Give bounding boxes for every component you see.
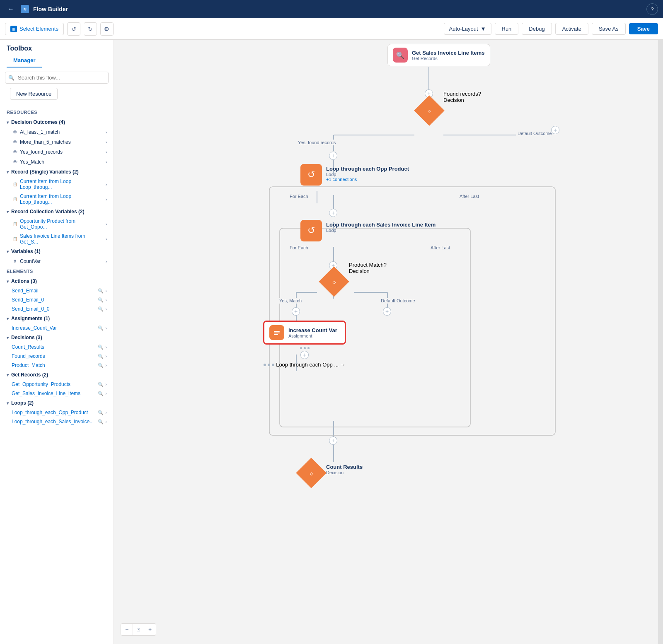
list-item[interactable]: 👁 Yes_Match ›	[0, 157, 114, 167]
auto-layout-button[interactable]: Auto-Layout ▼	[444, 23, 491, 35]
search-action-icon[interactable]: 🔍	[98, 288, 104, 294]
search-action-icon[interactable]: 🔍	[98, 382, 104, 387]
actions-section[interactable]: ▾ Actions (3)	[0, 276, 114, 286]
plus-connector-icon[interactable]: +	[329, 437, 337, 445]
record-collection-vars-section[interactable]: ▾ Record Collection Variables (2)	[0, 207, 114, 217]
chevron-action-icon[interactable]: ›	[105, 288, 107, 294]
plus-connector-icon[interactable]: +	[292, 307, 300, 316]
plus-connector-icon[interactable]: +	[329, 152, 337, 160]
record-single-vars-section[interactable]: ▾ Record (Single) Variables (2)	[0, 167, 114, 177]
search-action-icon[interactable]: 🔍	[98, 345, 104, 350]
list-item[interactable]: Send_Email_0_0 🔍 ›	[0, 304, 114, 314]
search-action-icon[interactable]: 🔍	[98, 419, 104, 425]
list-item[interactable]: Found_records 🔍 ›	[0, 352, 114, 361]
product-match-node[interactable]: ⬦ Product Match? Decision	[323, 271, 345, 292]
list-item[interactable]: Get_Opportunity_Products 🔍 ›	[0, 380, 114, 389]
zoom-out-button[interactable]: −	[121, 624, 133, 635]
decision-outcomes-section[interactable]: ▾ Decision Outcomes (4)	[0, 117, 114, 127]
select-elements-button[interactable]: ▦ Select Elements	[5, 23, 64, 35]
increase-count-var-node[interactable]: Increase Count Var Assignment +	[263, 321, 346, 368]
chevron-right-icon: ›	[106, 140, 107, 145]
search-action-icon[interactable]: 🔍	[98, 363, 104, 368]
loop-opp-icon[interactable]: ↺	[300, 164, 322, 186]
get-records-section[interactable]: ▾ Get Records (2)	[0, 370, 114, 380]
back-button[interactable]: ←	[5, 3, 17, 15]
loops-section[interactable]: ▾ Loops (2)	[0, 398, 114, 408]
chevron-action-icon[interactable]: ›	[105, 363, 107, 368]
loop-sales-icon[interactable]: ↺	[300, 220, 322, 241]
loop-through-link[interactable]: Loop through each Opp ... →	[276, 362, 346, 368]
decisions-section[interactable]: ▾ Decisions (3)	[0, 333, 114, 343]
connector-plus-6[interactable]: +	[383, 307, 391, 316]
help-button[interactable]: ?	[646, 3, 658, 15]
redo-button[interactable]: ↻	[84, 22, 97, 36]
chevron-action-icon[interactable]: ›	[105, 326, 107, 331]
search-action-icon[interactable]: 🔍	[98, 326, 104, 331]
list-item[interactable]: 👁 Yes_found_records ›	[0, 147, 114, 157]
top-navigation: ← ≋ Flow Builder ?	[0, 0, 663, 18]
zoom-in-button[interactable]: +	[144, 624, 156, 635]
search-action-icon[interactable]: 🔍	[98, 306, 104, 312]
manager-tab[interactable]: Manager	[7, 54, 42, 68]
chevron-action-icon[interactable]: ›	[105, 391, 107, 396]
list-item[interactable]: Send_Email 🔍 ›	[0, 286, 114, 295]
list-item[interactable]: 👁 More_than_5_matches ›	[0, 137, 114, 147]
list-item[interactable]: 📋 Current Item from Loop Loop_throug... …	[0, 177, 114, 192]
found-records-diamond[interactable]: ⬦	[414, 95, 445, 126]
chevron-action-icon[interactable]: ›	[105, 382, 107, 387]
plus-connector-icon[interactable]: +	[383, 307, 391, 316]
list-item[interactable]: Product_Match 🔍 ›	[0, 361, 114, 370]
connector-plus-count[interactable]: +	[329, 437, 337, 445]
list-item[interactable]: Increase_Count_Var 🔍 ›	[0, 323, 114, 333]
save-button[interactable]: Save	[629, 23, 658, 34]
zoom-fit-button[interactable]: ⊡	[133, 624, 144, 635]
count-results-diamond[interactable]: ⬦	[296, 458, 327, 488]
save-as-button[interactable]: Save As	[592, 23, 626, 35]
chevron-action-icon[interactable]: ›	[105, 306, 107, 312]
loop-opp-product-node[interactable]: ↺ Loop through each Opp Product Loop +1 …	[300, 164, 409, 186]
undo-button[interactable]: ↺	[67, 22, 80, 36]
plus-connector-icon[interactable]: +	[551, 126, 559, 134]
variables-section[interactable]: ▾ Variables (1)	[0, 246, 114, 256]
plus-connector-below-assign[interactable]: +	[300, 351, 309, 359]
run-button[interactable]: Run	[495, 23, 519, 35]
connector-plus-2[interactable]: +	[329, 152, 337, 160]
chevron-action-icon[interactable]: ›	[105, 297, 107, 303]
list-item[interactable]: Loop_through_each_Opp_Product 🔍 ›	[0, 408, 114, 417]
search-action-icon[interactable]: 🔍	[98, 354, 104, 359]
chevron-action-icon[interactable]: ›	[105, 354, 107, 359]
list-item[interactable]: 📋 Sales Invoice Line Items from Get_S...…	[0, 232, 114, 246]
chevron-action-icon[interactable]: ›	[105, 345, 107, 350]
search-action-icon[interactable]: 🔍	[98, 391, 104, 396]
list-item[interactable]: Get_Sales_Invoice_Line_Items 🔍 ›	[0, 389, 114, 398]
list-item[interactable]: Send_Email_0 🔍 ›	[0, 295, 114, 304]
plus-connector-icon[interactable]: +	[329, 209, 337, 217]
activate-button[interactable]: Activate	[555, 23, 588, 35]
loop-sales-invoice-node[interactable]: ↺ Loop through each Sales Invoice Line I…	[300, 220, 436, 241]
flow-canvas[interactable]: 🔍 Get Sales Invoice Line Items Get Recor…	[114, 40, 658, 644]
chevron-action-icon[interactable]: ›	[105, 419, 107, 425]
new-resource-button[interactable]: New Resource	[10, 88, 58, 100]
search-action-icon[interactable]: 🔍	[98, 297, 104, 303]
auto-layout-label: Auto-Layout	[449, 26, 478, 32]
list-item[interactable]: 📋 Current Item from Loop Loop_throug... …	[0, 192, 114, 207]
product-match-diamond[interactable]: ⬦	[319, 266, 349, 297]
default-outcome-plus[interactable]: +	[551, 126, 559, 134]
connector-plus-3[interactable]: +	[329, 209, 337, 217]
chevron-action-icon[interactable]: ›	[105, 410, 107, 415]
found-records-node[interactable]: ⬦ Found records? Decision	[419, 100, 440, 121]
list-item[interactable]: # CountVar ›	[0, 256, 114, 266]
right-scrollbar[interactable]	[658, 40, 663, 644]
list-item[interactable]: Count_Results 🔍 ›	[0, 343, 114, 352]
search-input[interactable]	[5, 72, 109, 84]
count-results-node[interactable]: ⬦ Count Results Decision	[300, 462, 363, 484]
search-action-icon[interactable]: 🔍	[98, 410, 104, 415]
list-item[interactable]: Loop_through_each_Sales_Invoice... 🔍 ›	[0, 417, 114, 426]
settings-button[interactable]: ⚙	[100, 22, 114, 36]
debug-button[interactable]: Debug	[522, 23, 552, 35]
connector-plus-5[interactable]: +	[292, 307, 300, 316]
list-item[interactable]: 📋 Opportunity Product from Get_Oppo... ›	[0, 217, 114, 232]
assignments-section[interactable]: ▾ Assignments (1)	[0, 314, 114, 323]
list-item[interactable]: 👁 At_least_1_match ›	[0, 127, 114, 137]
get-sales-invoice-node[interactable]: 🔍 Get Sales Invoice Line Items Get Recor…	[387, 44, 490, 66]
